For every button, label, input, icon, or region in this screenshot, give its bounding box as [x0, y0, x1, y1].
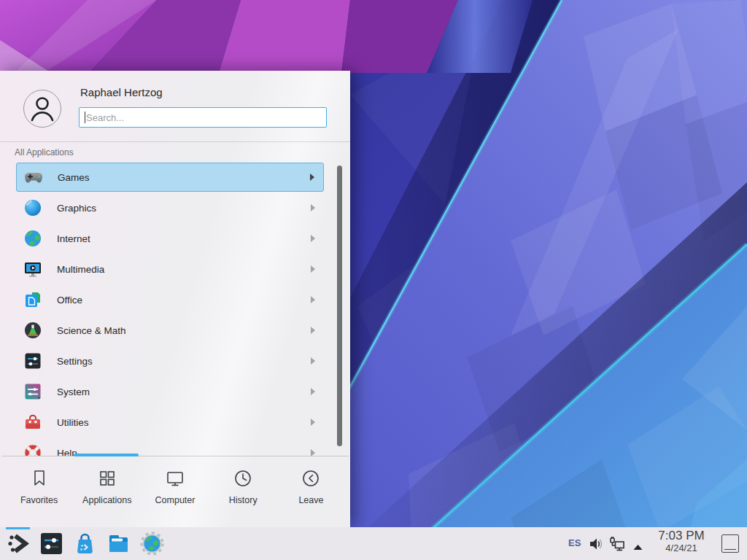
submenu-arrow-icon: [311, 327, 315, 334]
category-multimedia[interactable]: Multimedia: [16, 254, 324, 284]
globe-icon: [23, 229, 42, 248]
tab-favorites[interactable]: Favorites: [5, 458, 73, 527]
user-avatar[interactable]: [23, 90, 61, 128]
section-label: All Applications: [15, 147, 74, 158]
category-label: Office: [57, 295, 311, 306]
paint-sphere-icon: [23, 198, 42, 217]
discover-button[interactable]: [73, 532, 97, 556]
lifebuoy-icon: [23, 443, 42, 456]
category-label: Games: [58, 172, 310, 183]
category-office[interactable]: Office: [16, 284, 324, 315]
category-help[interactable]: Help: [16, 438, 324, 456]
search-box[interactable]: [79, 107, 327, 128]
category-label: Internet: [57, 233, 311, 244]
user-name: Raphael Hertzog: [80, 86, 163, 98]
launcher-tabbar: Favorites Applications: [5, 458, 345, 527]
submenu-arrow-icon: [311, 388, 315, 395]
category-games[interactable]: Games: [16, 163, 324, 192]
globe-gear-icon: [140, 532, 164, 556]
gamepad-icon: [24, 168, 43, 187]
category-label: Science & Math: [57, 325, 311, 336]
submenu-arrow-icon: [311, 357, 315, 365]
folder-icon: [107, 532, 131, 556]
clock-date: 4/24/21: [650, 543, 713, 553]
submenu-arrow-icon: [311, 296, 315, 303]
toolbox-icon: [23, 413, 42, 432]
kickoff-icon: [6, 532, 30, 556]
tab-label: Applications: [82, 495, 131, 505]
tab-computer[interactable]: Computer: [141, 458, 209, 527]
submenu-arrow-icon: [311, 265, 315, 273]
category-utilities[interactable]: Utilities: [16, 407, 324, 438]
desktop: Raphael Hertzog All Applications: [0, 0, 747, 560]
category-graphics[interactable]: Graphics: [16, 192, 324, 223]
file-manager-button[interactable]: [107, 532, 131, 556]
application-launcher-menu: Raphael Hertzog All Applications: [0, 71, 350, 527]
digital-clock[interactable]: 7:03 PM 4/24/21: [650, 529, 713, 553]
category-label: Multimedia: [57, 264, 311, 275]
documents-icon: [23, 290, 42, 309]
taskbar-panel: ES 7:03 PM 4/24/2: [0, 527, 747, 560]
shopping-bag-icon: [73, 532, 97, 556]
tab-leave[interactable]: Leave: [277, 458, 345, 527]
tab-label: History: [229, 495, 258, 505]
submenu-arrow-icon: [311, 449, 315, 456]
user-icon: [24, 90, 61, 127]
show-desktop-button[interactable]: [721, 534, 739, 553]
submenu-arrow-icon: [311, 419, 315, 426]
monitor-play-icon: [23, 260, 42, 279]
submenu-arrow-icon: [311, 204, 315, 211]
flask-icon: [23, 321, 42, 340]
grid-icon: [97, 468, 117, 489]
expand-tray-icon[interactable]: [632, 540, 643, 553]
tabbar-separator: [1, 456, 349, 456]
clock-time: 7:03 PM: [650, 529, 713, 543]
clock-icon: [233, 468, 253, 489]
category-list: Games Graphics: [0, 162, 350, 456]
list-scrollbar[interactable]: [337, 166, 342, 446]
active-tab-indicator: [74, 454, 139, 456]
tab-history[interactable]: History: [209, 458, 277, 527]
system-settings-button[interactable]: [39, 532, 63, 556]
wired-network-icon[interactable]: [608, 535, 626, 556]
submenu-arrow-icon: [311, 235, 315, 242]
keyboard-layout-indicator[interactable]: ES: [568, 537, 581, 548]
settings-sliders-icon: [39, 532, 63, 556]
category-internet[interactable]: Internet: [16, 223, 324, 254]
tab-label: Computer: [155, 495, 196, 505]
header-separator: [0, 141, 350, 142]
category-label: Graphics: [57, 203, 311, 214]
category-system[interactable]: System: [16, 376, 324, 407]
bookmark-icon: [29, 468, 50, 489]
text-cursor: [85, 112, 85, 123]
tab-label: Leave: [298, 495, 323, 505]
category-science-math[interactable]: Science & Math: [16, 315, 324, 346]
category-label: Utilities: [57, 417, 311, 428]
system-sliders-icon: [23, 382, 42, 401]
leave-icon: [301, 468, 321, 489]
application-launcher-button[interactable]: [6, 532, 30, 556]
category-label: Settings: [57, 356, 311, 367]
sliders-icon: [23, 351, 42, 370]
web-browser-button[interactable]: [140, 532, 164, 556]
submenu-arrow-icon: [310, 174, 314, 181]
volume-icon[interactable]: [588, 536, 604, 555]
tab-label: Favorites: [20, 495, 58, 505]
category-label: System: [57, 386, 311, 397]
launcher-header: Raphael Hertzog: [0, 71, 350, 141]
category-settings[interactable]: Settings: [16, 346, 324, 376]
search-input[interactable]: [80, 108, 326, 127]
launcher-active-indicator: [6, 527, 30, 529]
computer-icon: [165, 468, 185, 489]
tab-applications[interactable]: Applications: [73, 458, 141, 527]
